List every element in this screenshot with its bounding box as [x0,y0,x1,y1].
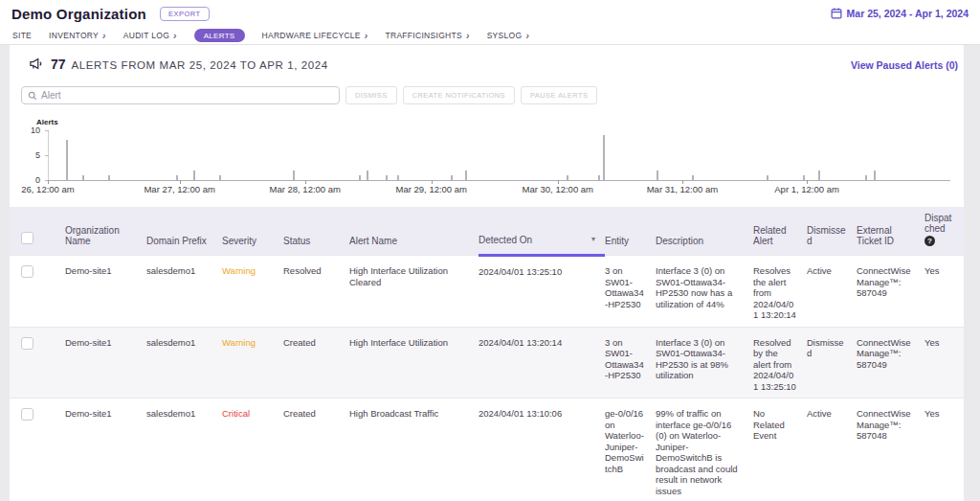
x-tick-label: Mar 28, 12:00 am [270,184,341,194]
col-organization-name[interactable]: Organization Name [65,207,146,256]
x-tick-label: 26, 12:00 am [21,184,74,194]
cell-alert-name: High Interface Utilization Cleared [349,256,479,328]
col-status[interactable]: Status [283,207,349,256]
alerts-panel: 77 ALERTS FROM MAR 25, 2024 TO APR 1, 20… [10,45,964,501]
tab-inventory[interactable]: INVENTORY [49,31,106,41]
top-bar: Demo Organization EXPORT Mar 25, 2024 - … [0,0,980,27]
tab-audit-log[interactable]: AUDIT LOG [123,31,177,41]
alert-bar [657,171,658,180]
alert-bar [874,171,876,180]
row-checkbox[interactable] [21,265,33,278]
cell-severity: Critical [222,399,283,501]
cell-severity: Warning [222,256,283,328]
cell-domain-prefix: salesdemo1 [146,256,222,328]
cell-status: Created [283,399,349,501]
cell-organization: Demo-site1 [65,327,146,399]
calendar-icon [831,8,842,19]
alert-bar [293,171,295,180]
export-button[interactable]: EXPORT [160,7,210,21]
alerts-header-text: ALERTS FROM MAR 25, 2024 TO APR 1, 2024 [72,59,328,71]
alert-bar [865,175,867,180]
table-header-row: Organization Name Domain Prefix Severity… [10,207,964,256]
tab-site[interactable]: SITE [12,31,32,40]
row-checkbox[interactable] [21,337,33,350]
col-related-alert[interactable]: Related Alert [753,207,807,256]
x-tick-label: Mar 31, 12:00 am [647,184,718,194]
col-description[interactable]: Description [656,207,753,256]
alert-bar [397,175,399,180]
x-tick-label: Mar 27, 12:00 am [144,184,214,194]
alert-bar [193,171,195,180]
chart-plot-area: 0510 [48,130,950,181]
tab-hardware-lifecycle[interactable]: HARDWARE LIFECYCLE [262,31,368,41]
alert-search[interactable] [21,86,340,104]
cell-detected-on: 2024/04/01 13:25:10 [479,256,605,328]
col-external-ticket-id[interactable]: External Ticket ID [857,207,924,256]
alert-search-input[interactable] [41,90,333,101]
cell-organization: Demo-site1 [65,256,146,328]
tab-alerts[interactable]: ALERTS [194,29,245,42]
dismiss-button[interactable]: DISMISS [345,86,397,104]
alert-bar [82,175,84,180]
alerts-header: 77 ALERTS FROM MAR 25, 2024 TO APR 1, 20… [10,45,964,72]
cell-external-ticket-id: ConnectWise Manage™: 587048 [857,399,924,501]
x-tick-label: Mar 29, 12:00 am [396,184,467,194]
col-severity[interactable]: Severity [222,207,283,256]
cell-dismissed: Dismissed [807,327,857,399]
pause-alerts-button[interactable]: PAUSE ALERTS [521,86,597,104]
cell-dispatched: Yes [924,256,964,328]
cell-dispatched: Yes [924,399,964,501]
alerts-toolbar: DISMISS CREATE NOTIFICATIONS PAUSE ALERT… [21,86,952,104]
alert-bar [803,175,805,180]
cell-detected-on: 2024/04/01 13:20:14 [479,327,605,399]
select-all-checkbox[interactable] [21,232,33,244]
x-tick-label: Apr 1, 12:00 am [774,184,839,194]
cell-alert-name: High Interface Utilization [349,327,479,399]
date-range-picker[interactable]: Mar 25, 2024 - Apr 1, 2024 [831,8,969,19]
date-range-label: Mar 25, 2024 - Apr 1, 2024 [847,8,969,19]
cell-description: 99% of traffic on interface ge-0/0/16 (0… [656,399,753,501]
table-row[interactable]: Demo-site1 salesdemo1 Critical Created H… [10,399,964,501]
alert-bar [219,175,221,180]
tab-trafficinsights[interactable]: TRAFFICINSIGHTS [385,31,469,41]
alert-bar [465,171,467,180]
cell-entity: 3 on SW01-Ottawa34-HP2530 [605,256,656,328]
cell-external-ticket-id: ConnectWise Manage™: 587049 [857,327,924,399]
col-alert-name[interactable]: Alert Name [349,207,479,256]
col-dispatched[interactable]: Dispatched? [924,207,964,256]
alert-bar [767,175,768,180]
alert-bar [598,175,600,180]
alert-bar [692,175,694,180]
cell-related-alert: No Related Event [753,399,807,501]
row-checkbox[interactable] [21,408,33,421]
chart-y-axis-label: Alerts [36,118,958,126]
table-row[interactable]: Demo-site1 salesdemo1 Warning Created Hi… [10,327,964,399]
alert-bar [818,171,820,180]
cell-dismissed: Active [807,256,857,328]
col-detected-on[interactable]: Detected On▾ [479,207,605,256]
chevron-right-icon [462,31,470,41]
cell-related-alert: Resolved by the alert from 2024/04/01 13… [753,327,807,399]
help-icon[interactable]: ? [924,236,935,246]
chevron-right-icon [361,31,368,41]
megaphone-icon [29,57,43,70]
alert-bar [66,140,68,180]
col-domain-prefix[interactable]: Domain Prefix [146,207,222,256]
col-dismissed[interactable]: Dismissed [807,207,857,256]
cell-external-ticket-id: ConnectWise Manage™: 587049 [857,256,924,328]
tab-syslog[interactable]: SYSLOG [487,31,529,41]
cell-related-alert: Resolves the alert from 2024/04/01 13:20… [753,256,807,328]
alerts-table: Organization Name Domain Prefix Severity… [10,207,964,501]
chart-x-axis: 26, 12:00 amMar 27, 12:00 amMar 28, 12:0… [48,181,950,196]
col-entity[interactable]: Entity [605,207,656,256]
cell-domain-prefix: salesdemo1 [146,399,222,501]
create-notifications-button[interactable]: CREATE NOTIFICATIONS [403,86,515,104]
alert-bar [567,175,568,180]
chevron-right-icon [169,31,177,41]
view-paused-alerts-link[interactable]: View Paused Alerts (0) [851,59,958,71]
cell-description: Interface 3 (0) on SW01-Ottawa34-HP2530 … [656,327,753,399]
table-row[interactable]: Demo-site1 salesdemo1 Warning Resolved H… [10,256,964,328]
cell-status: Resolved [283,256,349,328]
alert-bar [603,135,605,180]
cell-entity: ge-0/0/16 on Waterloo-Juniper-DemoSwitch… [605,399,656,501]
